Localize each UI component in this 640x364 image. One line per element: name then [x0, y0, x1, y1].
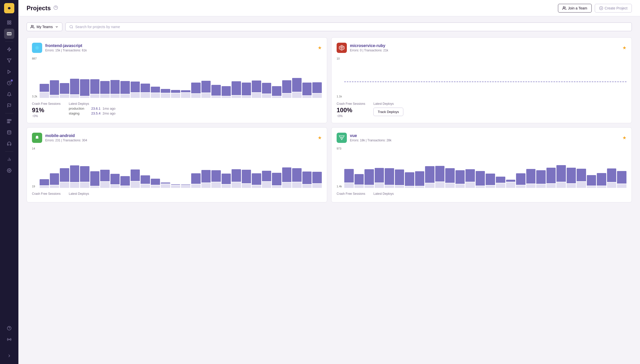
- track-deploys-button[interactable]: Track Deploys: [373, 108, 403, 116]
- bar: [161, 57, 170, 98]
- bar: [556, 147, 566, 188]
- bar: [375, 147, 384, 188]
- sidebar: [0, 0, 18, 364]
- project-meta: Errors: 231 | Transactions: 304: [45, 139, 87, 142]
- sidebar-item-settings[interactable]: [4, 165, 14, 176]
- bar: [242, 57, 251, 98]
- sidebar-divider-3: [5, 151, 13, 152]
- project-card-vue: vue Errors: 18k | Transactions: 28k ★ 97…: [331, 127, 632, 202]
- sidebar-item-alerts[interactable]: [4, 89, 14, 99]
- project-card-microservice-ruby: microservice-ruby Errors: 0 | Transactio…: [331, 37, 632, 123]
- bar: [526, 147, 536, 188]
- deploy-version[interactable]: 23.5.4: [91, 111, 100, 115]
- project-name[interactable]: mobile-android: [45, 133, 87, 138]
- deploy-version[interactable]: 23.6.1: [91, 107, 100, 110]
- bar: [506, 147, 516, 188]
- crash-free-change: ↑0%: [337, 114, 365, 118]
- sidebar-item-broadcasts[interactable]: [4, 334, 14, 345]
- star-icon[interactable]: ★: [622, 45, 626, 51]
- join-team-button[interactable]: Join a Team: [558, 4, 591, 13]
- sidebar-item-stats[interactable]: [4, 154, 14, 164]
- bar: [232, 147, 241, 188]
- sidebar-item-dashboard[interactable]: [4, 17, 14, 28]
- crash-free-label: Crash Free Sessions: [337, 102, 365, 106]
- svg-rect-13: [9, 119, 10, 121]
- bar: [597, 147, 606, 188]
- deploys-section: Latest Deploys: [373, 192, 394, 197]
- bar: [395, 147, 404, 188]
- sidebar-item-replays[interactable]: [4, 67, 14, 77]
- sidebar-item-issues[interactable]: [4, 44, 14, 54]
- sidebar-item-help[interactable]: [4, 323, 14, 333]
- card-header: microservice-ruby Errors: 0 | Transactio…: [337, 43, 626, 53]
- bar: [70, 147, 79, 188]
- sidebar-item-crons[interactable]: [4, 78, 14, 88]
- crash-free-section: Crash Free Sessions 91% ↑0%: [32, 102, 61, 118]
- chart-area: 14 19: [32, 147, 322, 188]
- project-icon-android: [32, 133, 42, 143]
- deploy-env: production: [69, 107, 89, 110]
- crash-free-value: 91%: [32, 107, 61, 114]
- project-info: frontend-javascript Errors: 15k | Transa…: [45, 43, 87, 52]
- sidebar-item-storage[interactable]: [4, 127, 14, 138]
- bars-container: [344, 57, 626, 98]
- sidebar-item-flags[interactable]: [4, 100, 14, 111]
- bar: [151, 57, 160, 98]
- deploy-env: staging: [69, 111, 89, 115]
- card-header-left: vue Errors: 18k | Transactions: 28k: [337, 133, 392, 143]
- project-card-frontend-javascript: frontend-javascript Errors: 15k | Transa…: [27, 37, 327, 123]
- chart-area: 973 1.4k: [337, 147, 626, 188]
- page-title: Projects: [27, 5, 51, 12]
- bar: [292, 57, 302, 98]
- project-name[interactable]: vue: [350, 133, 392, 138]
- sidebar-item-expand[interactable]: [4, 351, 14, 361]
- bar: [282, 57, 292, 98]
- star-icon[interactable]: ★: [622, 135, 626, 141]
- bar: [577, 147, 586, 188]
- crash-free-section: Crash Free Sessions 100% ↑0%: [337, 102, 365, 118]
- app-logo[interactable]: [4, 3, 14, 13]
- bar: [120, 147, 130, 188]
- create-project-button[interactable]: Create Project: [595, 4, 632, 13]
- svg-point-23: [9, 339, 10, 340]
- project-icon-react: [32, 43, 42, 53]
- deploy-row: production 23.6.1 1mo ago: [69, 107, 116, 110]
- sidebar-item-modules[interactable]: [4, 116, 14, 126]
- crash-free-section: Crash Free Sessions: [337, 192, 365, 197]
- bar: [445, 147, 455, 188]
- bar: [181, 57, 190, 98]
- svg-point-30: [31, 25, 32, 27]
- star-icon[interactable]: ★: [318, 45, 322, 51]
- card-header: mobile-android Errors: 231 | Transaction…: [32, 133, 322, 143]
- bar: [40, 57, 49, 98]
- bar: [120, 57, 130, 98]
- team-filter-button[interactable]: My Teams: [27, 22, 62, 31]
- bar: [385, 147, 394, 188]
- sidebar-item-filters[interactable]: [4, 55, 14, 66]
- svg-rect-3: [10, 21, 11, 22]
- svg-rect-4: [7, 23, 9, 24]
- bar: [252, 57, 261, 98]
- page-help-icon[interactable]: [53, 5, 58, 11]
- star-icon[interactable]: ★: [318, 135, 322, 141]
- sidebar-item-support[interactable]: [4, 139, 14, 149]
- bar: [211, 147, 221, 188]
- bar: [60, 57, 69, 98]
- search-input[interactable]: [75, 25, 628, 29]
- sidebar-item-projects[interactable]: [4, 29, 14, 39]
- crash-free-label: Crash Free Sessions: [32, 102, 61, 106]
- bar: [171, 147, 180, 188]
- bar: [110, 57, 120, 98]
- deploy-time: 1mo ago: [102, 107, 116, 110]
- card-header-left: mobile-android Errors: 231 | Transaction…: [32, 133, 87, 143]
- bar: [607, 147, 616, 188]
- project-name[interactable]: microservice-ruby: [350, 43, 388, 48]
- bar: [425, 147, 435, 188]
- bar: [80, 147, 89, 188]
- header-actions: Join a Team Create Project: [558, 4, 632, 13]
- project-meta: Errors: 0 | Transactions: 21k: [350, 49, 388, 52]
- crons-notification-dot: [11, 79, 13, 82]
- projects-grid: frontend-javascript Errors: 15k | Transa…: [27, 37, 632, 202]
- project-name[interactable]: frontend-javascript: [45, 43, 87, 48]
- deploys-section: Latest Deploys: [69, 192, 89, 197]
